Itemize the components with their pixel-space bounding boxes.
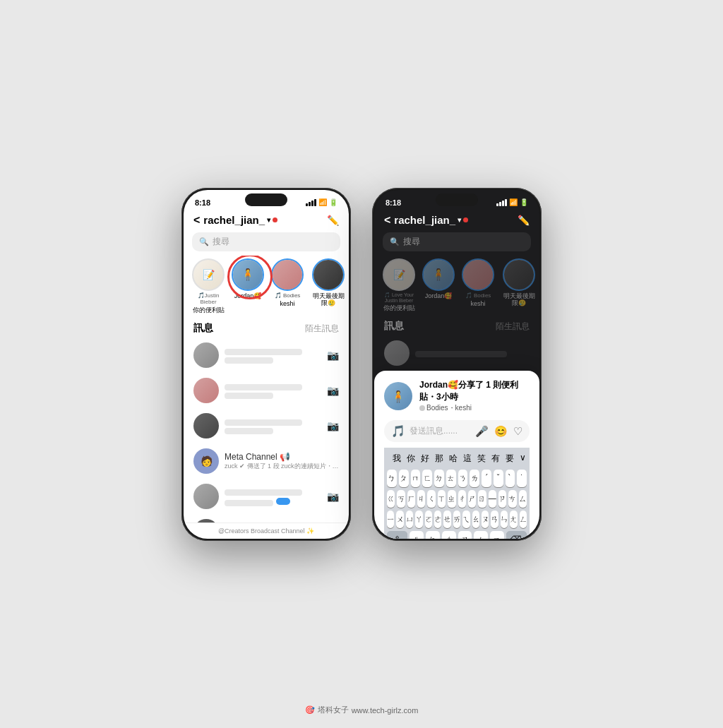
key-zh[interactable]: ㄓ xyxy=(448,490,455,508)
msg-content-1 xyxy=(225,347,321,364)
key-p[interactable]: ㄆ xyxy=(399,470,409,487)
story-bodies-right[interactable]: 🎵 Bodies keshi xyxy=(460,258,496,312)
back-button-left[interactable]: < xyxy=(193,214,200,227)
search-bar-left[interactable]: 🔍 搜尋 xyxy=(192,232,340,251)
header-title-right[interactable]: < rachel_jian_ ▾ xyxy=(384,214,468,227)
key-z[interactable]: ㄗ xyxy=(498,490,506,508)
key-i[interactable]: ㄧ xyxy=(387,511,394,528)
key-tone4[interactable]: ˋ xyxy=(506,470,515,487)
suggest-5[interactable]: 哈 xyxy=(446,451,460,466)
key-dash[interactable]: — xyxy=(489,490,496,508)
key-tone2[interactable]: ˊ xyxy=(482,470,491,487)
heart-icon[interactable]: ♡ xyxy=(513,425,522,438)
key-shift[interactable]: ⇧ xyxy=(387,531,408,538)
message-item-1[interactable]: 📷 xyxy=(184,338,349,373)
message-item-5[interactable]: 📷 xyxy=(184,479,349,514)
strangers-link-left[interactable]: 陌生訊息 xyxy=(305,323,339,335)
key-sh[interactable]: ㄕ xyxy=(468,490,476,508)
key-delete[interactable]: ⌫ xyxy=(506,531,527,538)
story-deadline-left[interactable]: 明天最後期限🥲 xyxy=(311,258,346,314)
camera-icon-2[interactable]: 📷 xyxy=(327,385,339,396)
suggest-7[interactable]: 笑 xyxy=(474,451,489,466)
input-placeholder[interactable]: 發送訊息...... xyxy=(410,425,471,437)
key-s[interactable]: ㄙ xyxy=(519,490,527,508)
emoji-icon[interactable]: 😊 xyxy=(494,425,508,438)
key-tone5[interactable]: ˙ xyxy=(517,470,527,487)
key-o[interactable]: ㄛ xyxy=(425,511,432,528)
suggest-8[interactable]: 有 xyxy=(489,451,503,466)
key-tone3[interactable]: ˇ xyxy=(494,470,503,487)
search-icon-left: 🔍 xyxy=(199,237,209,246)
story-notes-left[interactable]: 📝 🎵Justin Bieber 你的便利貼 xyxy=(191,258,226,314)
story-avatar-jordan-right: 🧍 xyxy=(422,258,455,291)
story-jordan-left[interactable]: 🧍 Jordan🥰 xyxy=(232,258,264,314)
key-row4-b[interactable]: ㄅ xyxy=(426,531,440,538)
key-en[interactable]: ㄣ xyxy=(501,511,508,528)
key-e[interactable]: ㄜ xyxy=(434,511,441,528)
suggest-3[interactable]: 好 xyxy=(418,451,432,466)
key-row4-eng[interactable]: ㄥ xyxy=(474,531,488,538)
key-row4-m[interactable]: ㄇ xyxy=(490,531,504,538)
key-u[interactable]: ㄨ xyxy=(396,511,403,528)
key-q[interactable]: ㄑ xyxy=(427,490,435,508)
back-button-right[interactable]: < xyxy=(384,214,390,227)
key-row4-ch[interactable]: ㄔ xyxy=(442,531,456,538)
key-row4-z[interactable]: ㄗ xyxy=(458,531,472,538)
bar3 xyxy=(311,201,313,206)
message-item-r1[interactable] xyxy=(374,335,539,371)
camera-icon-1[interactable]: 📷 xyxy=(327,350,339,361)
key-v[interactable]: ㄩ xyxy=(406,511,413,528)
key-eng[interactable]: ㄥ xyxy=(520,511,527,528)
key-l[interactable]: ㄌ xyxy=(470,470,479,487)
suggest-9[interactable]: 要 xyxy=(503,451,517,466)
message-item-2[interactable]: 📷 xyxy=(184,373,349,408)
key-an[interactable]: ㄢ xyxy=(491,511,498,528)
camera-icon-5[interactable]: 📷 xyxy=(327,491,339,502)
key-n[interactable]: ㄋ xyxy=(458,470,468,487)
story-bodies-left[interactable]: 🎵 Bodies keshi xyxy=(270,258,305,314)
edit-icon-left[interactable]: ✏️ xyxy=(327,215,339,226)
key-m[interactable]: ㄇ xyxy=(411,470,421,487)
search-bar-right[interactable]: 🔍 搜尋 xyxy=(383,232,531,251)
key-k[interactable]: ㄎ xyxy=(397,490,405,508)
key-b[interactable]: ㄅ xyxy=(387,470,397,487)
key-r[interactable]: ㄖ xyxy=(478,490,486,508)
key-g[interactable]: ㄍ xyxy=(387,490,395,508)
story-deadline-right[interactable]: 明天最後期限🥲 xyxy=(501,258,537,312)
key-x[interactable]: ㄒ xyxy=(438,490,446,508)
suggest-1[interactable]: 我 xyxy=(390,451,404,466)
key-d[interactable]: ㄉ xyxy=(434,470,444,487)
message-item-3[interactable]: 📷 xyxy=(184,408,349,443)
camera-icon-3[interactable]: 📷 xyxy=(327,420,339,431)
message-input-row[interactable]: 🎵 發送訊息...... 🎤 😊 ♡ xyxy=(384,420,530,442)
key-ch[interactable]: ㄔ xyxy=(458,490,466,508)
key-er[interactable]: ㄦ xyxy=(410,531,424,538)
key-ang[interactable]: ㄤ xyxy=(510,511,517,528)
key-a[interactable]: ㄚ xyxy=(415,511,422,528)
story-label-notes: 你的便利貼 xyxy=(193,306,225,314)
key-j[interactable]: ㄐ xyxy=(417,490,425,508)
key-ai[interactable]: ㄞ xyxy=(453,511,460,528)
suggest-6[interactable]: 這 xyxy=(460,451,474,466)
mic-icon[interactable]: 🎤 xyxy=(475,425,489,438)
strangers-link-right[interactable]: 陌生訊息 xyxy=(496,321,530,333)
key-h[interactable]: ㄏ xyxy=(407,490,415,508)
key-eh[interactable]: ㄝ xyxy=(443,511,450,528)
key-c[interactable]: ㄘ xyxy=(508,490,516,508)
camera-input-icon[interactable]: 🎵 xyxy=(391,424,405,438)
story-notes-right[interactable]: 📝 🎵 Love Your Justin Bieber 你的便利貼 xyxy=(381,258,417,312)
msg-avatar-1 xyxy=(193,342,219,368)
suggest-4[interactable]: 那 xyxy=(432,451,446,466)
message-item-4[interactable]: 🧑 Meta Channel 📢 zuck ✔ 傳送了 1 段 zuck的連續短… xyxy=(184,443,349,479)
key-t[interactable]: ㄊ xyxy=(446,470,456,487)
suggest-expand[interactable]: ∨ xyxy=(517,451,529,466)
header-title-left[interactable]: < rachel_jian_ ▾ xyxy=(193,214,277,227)
key-ei[interactable]: ㄟ xyxy=(462,511,470,528)
suggest-2[interactable]: 你 xyxy=(404,451,418,466)
edit-icon-right[interactable]: ✏️ xyxy=(518,215,530,226)
key-f[interactable]: ㄈ xyxy=(422,470,432,487)
story-jordan-right[interactable]: 🧍 Jordan🥰 xyxy=(422,258,455,312)
message-item-6[interactable]: 📷 xyxy=(184,514,349,522)
key-ao[interactable]: ㄠ xyxy=(472,511,479,528)
key-ou[interactable]: ㄡ xyxy=(482,511,489,528)
